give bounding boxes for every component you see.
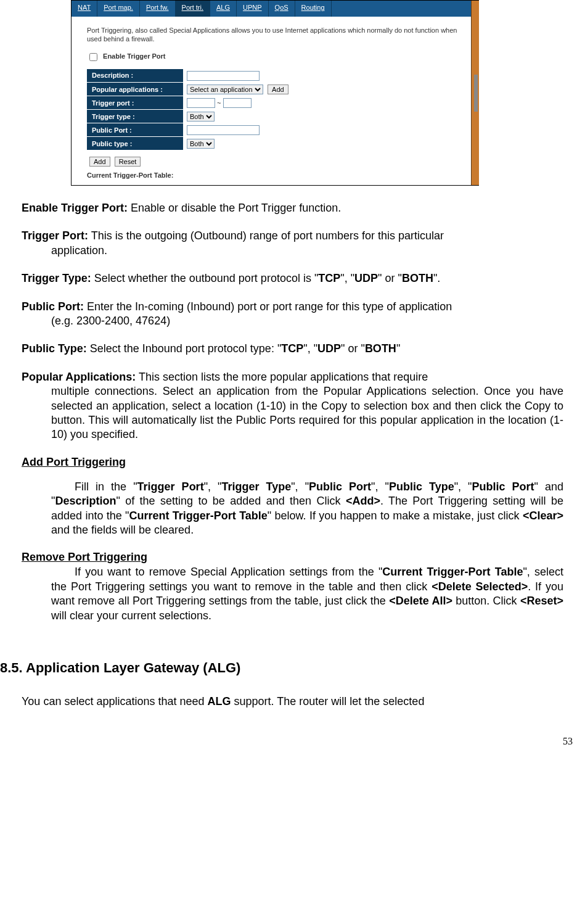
- label-public-port: Public Port :: [87, 123, 183, 137]
- tab-routing[interactable]: Routing: [295, 1, 332, 17]
- def-public-port: Public Port: Enter the In-coming (Inboun…: [22, 300, 563, 329]
- public-port-input[interactable]: [187, 125, 260, 135]
- tab-port-map[interactable]: Port map.: [97, 1, 140, 17]
- router-screenshot: NAT Port map. Port fw. Port tri. ALG UPN…: [71, 0, 479, 186]
- section-title-alg: 8.5. Application Layer Gateway (ALG): [0, 660, 563, 676]
- trigger-type-select[interactable]: Both: [187, 112, 215, 122]
- tab-alg[interactable]: ALG: [210, 1, 237, 17]
- popular-add-button[interactable]: Add: [268, 85, 288, 94]
- tab-port-tri[interactable]: Port tri.: [176, 1, 210, 17]
- tab-qos[interactable]: QoS: [269, 1, 295, 17]
- label-trigger-type: Trigger type :: [87, 110, 183, 123]
- label-description: Description :: [87, 69, 183, 83]
- def-trigger-type: Trigger Type: Select whether the outboun…: [22, 271, 563, 286]
- para-remove-port-triggering: If you want to remove Special Applicatio…: [51, 565, 563, 623]
- para-alg-intro: You can select applications that need AL…: [22, 695, 563, 709]
- trigger-port-to[interactable]: [223, 98, 252, 108]
- heading-remove-port-triggering: Remove Port Triggering: [22, 551, 563, 564]
- enable-trigger-checkbox[interactable]: [89, 53, 97, 61]
- add-button[interactable]: Add: [89, 157, 110, 167]
- reset-button[interactable]: Reset: [115, 157, 141, 167]
- def-enable-trigger-port: Enable Trigger Port: Enable or disable t…: [22, 201, 563, 215]
- label-trigger-port: Trigger port :: [87, 96, 183, 110]
- current-table-label: Current Trigger-Port Table:: [87, 171, 463, 179]
- config-form: Description : Popular applications : Sel…: [87, 69, 292, 151]
- para-add-port-triggering: Fill in the "Trigger Port", "Trigger Typ…: [51, 480, 563, 538]
- page-number: 53: [563, 736, 573, 747]
- tab-port-fw[interactable]: Port fw.: [140, 1, 176, 17]
- tab-upnp[interactable]: UPNP: [237, 1, 269, 17]
- intro-text: Port Triggering, also called Special App…: [87, 26, 463, 44]
- public-type-select[interactable]: Both: [187, 139, 215, 149]
- tab-nat[interactable]: NAT: [72, 1, 97, 17]
- def-public-type: Public Type: Select the Inbound port pro…: [22, 342, 563, 356]
- scrollbar-decor: [471, 1, 479, 185]
- heading-add-port-triggering: Add Port Triggering: [22, 456, 563, 469]
- label-popular-apps: Popular applications :: [87, 83, 183, 96]
- popular-apps-select[interactable]: Select an application: [187, 85, 263, 94]
- def-trigger-port: Trigger Port: This is the outgoing (Outb…: [22, 229, 563, 258]
- tab-bar: NAT Port map. Port fw. Port tri. ALG UPN…: [72, 1, 478, 17]
- trigger-port-from[interactable]: [187, 98, 215, 108]
- def-popular-applications: Popular Applications: This section lists…: [22, 370, 563, 442]
- label-public-type: Public type :: [87, 137, 183, 151]
- tilde-separator: ~: [217, 99, 221, 107]
- description-input[interactable]: [187, 71, 260, 81]
- enable-trigger-label: Enable Trigger Port: [103, 52, 165, 60]
